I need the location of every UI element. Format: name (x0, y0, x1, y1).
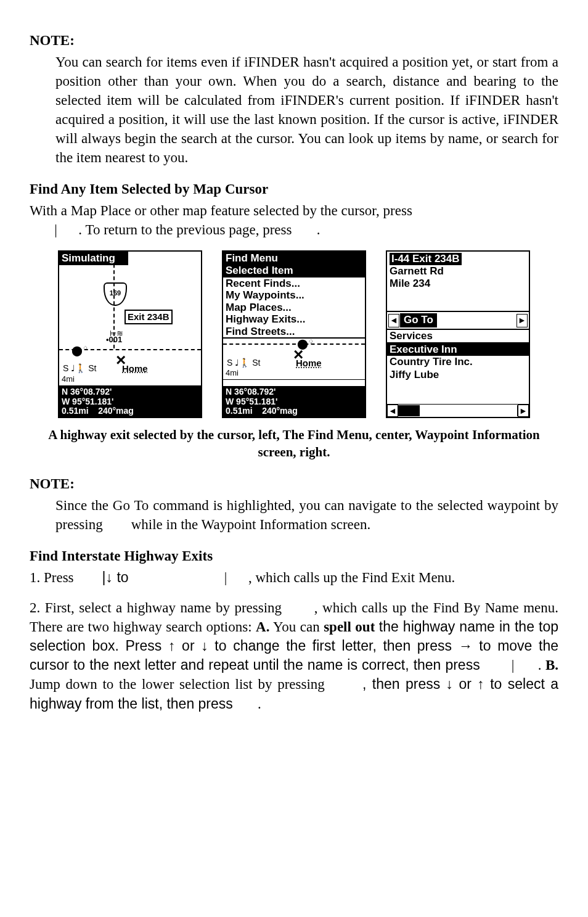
text: | (224, 570, 227, 585)
text: |↓ to (102, 569, 129, 585)
bearing: 240°mag (98, 406, 134, 416)
home-label: Home (122, 363, 148, 375)
left-arrow-icon[interactable]: ◄ (388, 314, 399, 327)
note-body-2: Since the Go To command is highlighted, … (55, 496, 558, 534)
right-arrow-icon[interactable]: ► (517, 314, 528, 327)
h-scrollbar[interactable]: ◄ ► (387, 404, 529, 417)
status-bar: N 36°08.792' W 95°51.181' 0.51mi 240°mag (223, 386, 365, 417)
text: . To return to the previous page, press (78, 222, 292, 237)
find-menu-title: Find Menu Selected Item (223, 252, 365, 277)
figure-caption: A highway exit selected by the cursor, l… (30, 427, 558, 461)
map-area-small: ⬤♢ × S ♩🚶 St Home 4mi (223, 339, 365, 380)
list-item[interactable]: Executive Inn (387, 343, 529, 356)
bearing: 240°mag (262, 406, 298, 416)
screenshots-row: Simulating 169 Exit 234B ⊨≋ •001 ⬤♢ × S … (30, 250, 558, 418)
screen-waypoint-info: I-44 Exit 234B Garnett Rd Mile 234 ◄ Go … (386, 250, 530, 418)
scale-label: 4mi (62, 374, 75, 385)
lon: W 95°51.181' (62, 397, 198, 406)
text: while in the Waypoint Information screen… (131, 517, 371, 532)
exit-info-box: I-44 Exit 234B Garnett Rd Mile 234 (387, 252, 529, 312)
list-item[interactable]: Jiffy Lube (387, 369, 529, 381)
scroll-left-icon[interactable]: ◄ (387, 405, 398, 417)
dist: 0.51mi (226, 406, 253, 416)
note-heading: NOTE: (30, 31, 558, 50)
menu-item[interactable]: Highway Exits... (223, 313, 365, 326)
screen-map: Simulating 169 Exit 234B ⊨≋ •001 ⬤♢ × S … (58, 250, 202, 418)
services-label: Services (387, 330, 529, 343)
route-shield: 169 (104, 282, 127, 306)
status-bar: N 36°08.792' W 95°51.181' 0.51mi 240°mag (59, 386, 201, 417)
dist: 0.51mi (62, 406, 89, 416)
spell-out-label: spell out (324, 619, 375, 635)
text: . (317, 222, 321, 237)
option-a-label: A. (256, 619, 269, 635)
services-list: Executive Inn Country Tire Inc. Jiffy Lu… (387, 343, 529, 417)
note-heading-2: NOTE: (30, 474, 558, 493)
exit-road: Garnett Rd (390, 265, 526, 278)
menu-item[interactable]: Find Streets... (223, 326, 365, 339)
s-label: S ♩🚶 St (63, 363, 96, 374)
screen-find-menu: Find Menu Selected Item Recent Finds... … (222, 250, 366, 418)
text: With a Map Place or other map feature se… (30, 203, 412, 218)
text: 1. Press (30, 570, 74, 585)
text: , which calls up the Find Exit Menu. (248, 570, 455, 585)
lat: N 36°08.792' (62, 387, 198, 397)
note-body: You can search for items even if iFINDER… (55, 52, 558, 167)
lat: N 36°08.792' (226, 387, 362, 397)
text: . (258, 696, 261, 712)
step-2: 2. First, select a highway name by press… (30, 598, 558, 713)
exit-label: Exit 234B (125, 310, 173, 324)
list-item[interactable]: Country Tire Inc. (387, 356, 529, 368)
scroll-right-icon[interactable]: ► (518, 405, 529, 417)
menu-item[interactable]: My Waypoints... (223, 289, 365, 302)
menu-item[interactable]: Map Places... (223, 302, 365, 314)
text: | (54, 222, 57, 237)
sim-title: Simulating (59, 252, 128, 265)
goto-row[interactable]: ◄ Go To ► (387, 312, 529, 330)
exit-title: I-44 Exit 234B (390, 253, 462, 265)
text: | (512, 657, 515, 673)
home-label: Home (296, 357, 322, 369)
text: 2. First, select a highway name by press… (30, 600, 282, 615)
dot-icon: ⬤♢ (71, 344, 88, 358)
option-b-label: B. (545, 657, 558, 673)
find-any-heading: Find Any Item Selected by Map Cursor (30, 179, 558, 199)
map-area: 169 Exit 234B ⊨≋ •001 ⬤♢ × S ♩🚶 St Home … (59, 265, 201, 386)
exit-mile: Mile 234 (390, 278, 526, 290)
step-1: 1. Press |↓ to | , which calls up the Fi… (30, 568, 558, 587)
find-hwy-heading: Find Interstate Highway Exits (30, 546, 558, 565)
text: You can (273, 619, 320, 635)
goto-label[interactable]: Go To (400, 313, 437, 327)
zoom-level: •001 (106, 334, 122, 345)
menu-item[interactable]: Recent Finds... (223, 278, 365, 290)
text: Jump down to the lower selection list by… (30, 676, 325, 692)
find-any-body: With a Map Place or other map feature se… (30, 201, 558, 239)
lon: W 95°51.181' (226, 397, 362, 406)
text: . (538, 657, 542, 673)
scale-label: 4mi (226, 368, 239, 379)
